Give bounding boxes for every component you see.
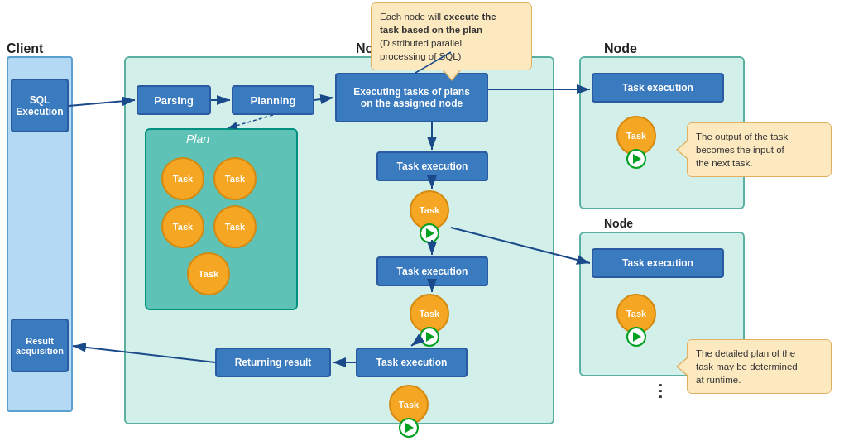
parsing-box: Parsing [137, 85, 211, 115]
returning-result-box: Returning result [215, 348, 331, 377]
play-triangle-2 [426, 332, 434, 342]
returning-result-label: Returning result [235, 357, 312, 368]
task-play-2: Task [410, 294, 449, 347]
task-execution-3-box: Task execution [356, 348, 468, 377]
plan-task-3: Task [161, 205, 204, 248]
plan-label: Plan [186, 132, 209, 146]
plan-task-2: Task [213, 157, 257, 200]
sql-execution-label: SQLExecution [16, 94, 63, 117]
task-execution-1-box: Task execution [376, 151, 488, 181]
executing-tasks-label: Executing tasks of planson the assigned … [353, 86, 470, 109]
task-execution-right2-label: Task execution [622, 257, 693, 269]
diagram-container: Client SQLExecution Resultacquisition No… [0, 0, 868, 441]
right-node-top-label: Node [604, 41, 637, 56]
task-play-1-icon [420, 223, 439, 243]
right-node-bottom-label: Node [604, 217, 633, 230]
task-execution-1-label: Task execution [397, 161, 468, 172]
task-execution-2-box: Task execution [376, 256, 488, 286]
task-play-right1-icon [626, 149, 646, 169]
plan-task-4: Task [213, 205, 257, 248]
callout-detailed-plan-text: The detailed plan of thetask may be dete… [696, 348, 798, 385]
parsing-label: Parsing [154, 94, 194, 107]
task-play-right1: Task [616, 116, 656, 169]
task-play-right2: Task [616, 294, 656, 347]
play-triangle-right2 [633, 332, 641, 342]
callout-output-input-text: The output of the taskbecomes the input … [696, 132, 788, 168]
callout-output-input: The output of the taskbecomes the input … [687, 122, 832, 177]
ellipsis: ⋮ [652, 381, 670, 400]
planning-label: Planning [251, 94, 296, 107]
executing-tasks-box: Executing tasks of planson the assigned … [335, 73, 488, 122]
plan-task-1: Task [161, 157, 204, 200]
client-label: Client [7, 41, 43, 56]
callout-distributed: Each node will execute thetask based on … [371, 2, 532, 70]
play-triangle-right1 [633, 154, 641, 164]
result-acquisition-label: Resultacquisition [16, 336, 64, 356]
task-play-right2-icon [626, 327, 646, 347]
sql-execution-box: SQLExecution [11, 79, 69, 132]
play-triangle-1 [426, 228, 434, 238]
task-execution-right1-label: Task execution [622, 82, 693, 93]
plan-task-5: Task [187, 252, 230, 295]
task-execution-right1-box: Task execution [592, 73, 724, 103]
task-play-2-icon [420, 327, 439, 347]
play-triangle-3 [405, 423, 414, 433]
task-play-3: Task [389, 385, 429, 438]
task-execution-right2-box: Task execution [592, 248, 724, 278]
callout-distributed-text: Each node will execute thetask based on … [380, 12, 496, 61]
planning-box: Planning [232, 85, 314, 115]
result-acquisition-box: Resultacquisition [11, 319, 69, 372]
task-execution-2-label: Task execution [397, 266, 468, 277]
task-play-3-icon [399, 418, 419, 438]
task-execution-3-label: Task execution [376, 357, 448, 368]
callout-detailed-plan: The detailed plan of thetask may be dete… [687, 339, 832, 394]
task-play-1: Task [410, 190, 449, 243]
